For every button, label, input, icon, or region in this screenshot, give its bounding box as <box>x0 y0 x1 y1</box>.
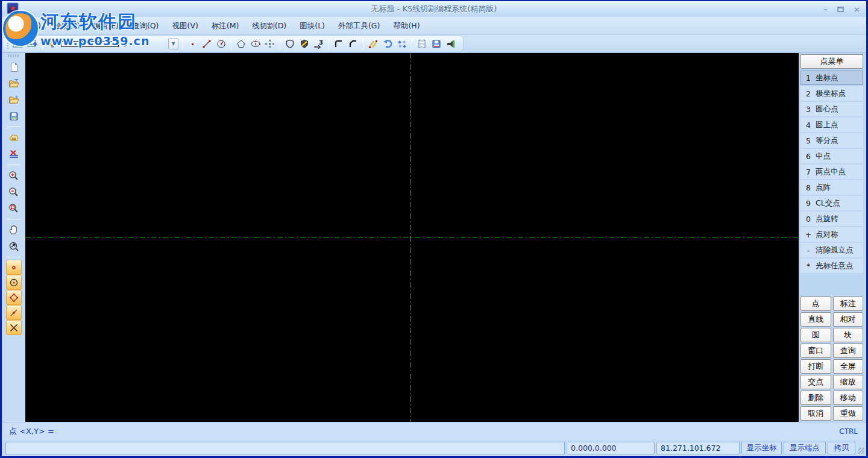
menu-external-tools[interactable]: 外部工具(G) <box>332 17 386 35</box>
menu-help[interactable]: 帮助(H) <box>386 17 426 35</box>
pan-icon[interactable] <box>6 222 22 237</box>
zoom-out-icon[interactable] <box>6 184 22 199</box>
status-bar: 0.000,0.000 81.271,101.672 显示坐标 显示端点 拷贝 <box>2 440 866 456</box>
quick-button-break[interactable]: 打断 <box>800 359 831 374</box>
point-menu-item-divide[interactable]: 5 等分点 <box>800 133 863 148</box>
open-file-icon[interactable] <box>6 76 22 91</box>
draw-point-icon[interactable] <box>185 37 200 51</box>
trim-icon[interactable] <box>366 37 380 51</box>
menu-file[interactable]: 文件(F) <box>9 17 48 35</box>
linetype-sample <box>61 41 119 47</box>
toolbar-grip[interactable] <box>6 38 9 50</box>
quick-button-move[interactable]: 移动 <box>833 391 864 405</box>
quick-button-relative[interactable]: 相对 <box>833 312 864 327</box>
draw-circle-icon[interactable] <box>214 37 228 51</box>
snap-intersection-button[interactable] <box>6 320 22 335</box>
point-menu-item-clear-isolated[interactable]: - 清除孤立点 <box>800 243 863 257</box>
point-menu-item-polar[interactable]: 2 极坐标点 <box>800 86 863 101</box>
menu-wirecut[interactable]: 线切割(D) <box>245 17 293 35</box>
point-menu-item-cursor-free[interactable]: * 光标任意点 <box>800 259 863 273</box>
undo-icon[interactable] <box>380 37 395 51</box>
zoom-window-icon[interactable] <box>6 201 22 216</box>
code-view-icon[interactable] <box>415 37 429 51</box>
close-button[interactable]: × <box>854 5 860 13</box>
zoom-in-icon[interactable] <box>6 168 22 183</box>
show-endpoints-button[interactable]: 显示端点 <box>784 442 826 454</box>
chamfer-icon[interactable] <box>332 37 346 51</box>
left-toolbar-grip[interactable] <box>8 54 20 57</box>
point-menu-item-coordinate[interactable]: 1 坐标点 <box>800 71 863 85</box>
layer-lightbulb-icon[interactable] <box>45 37 60 51</box>
point-menu-item-circle-center[interactable]: 3 圆心点 <box>800 102 863 116</box>
point-menu-header[interactable]: 点菜单 <box>800 54 863 69</box>
quick-button-line[interactable]: 直线 <box>800 312 831 327</box>
snap-quadrant-button[interactable] <box>6 290 22 305</box>
maximize-button[interactable] <box>837 7 844 12</box>
point-menu-item-rotate[interactable]: 0 点旋转 <box>800 212 863 226</box>
quick-button-window[interactable]: 窗口 <box>800 344 831 358</box>
draw-ellipse-icon[interactable] <box>248 37 263 51</box>
region-edit-icon[interactable] <box>297 37 312 51</box>
region-icon[interactable] <box>283 37 297 51</box>
point-menu-item-two-point-mid[interactable]: 7 两点中点 <box>800 165 863 179</box>
main-toolbar: 0 ▼ <box>2 35 866 53</box>
new-file-icon[interactable] <box>6 60 22 75</box>
draw-line-icon[interactable] <box>200 37 214 51</box>
resize-grip[interactable] <box>857 442 865 454</box>
menu-draw[interactable]: 绘制(P) <box>48 17 86 35</box>
export-image-icon[interactable] <box>11 37 25 51</box>
drawing-canvas[interactable] <box>25 53 799 422</box>
chevron-down-icon[interactable]: ▼ <box>168 38 178 49</box>
quick-button-fullscreen[interactable]: 全屏 <box>833 359 864 374</box>
crosshair-vertical-axis <box>410 53 411 422</box>
point-menu-item-on-circle[interactable]: 4 圆上点 <box>800 118 863 132</box>
command-input[interactable] <box>54 422 839 440</box>
quick-button-intersection[interactable]: 交点 <box>800 375 831 389</box>
title-bar: ★ 无标题 - KS线切割编程系统(精简版) – × <box>2 1 866 17</box>
copy-button[interactable]: 拷贝 <box>828 442 855 454</box>
menu-block[interactable]: 图块(L) <box>293 17 332 35</box>
quick-button-query[interactable]: 查询 <box>833 344 864 358</box>
menu-dimension[interactable]: 标注(M) <box>205 17 246 35</box>
construction-point-icon[interactable] <box>263 37 277 51</box>
point-menu-item-array[interactable]: 8 点阵 <box>800 180 863 195</box>
open-recent-icon[interactable] <box>6 92 22 107</box>
item-label: 圆上点 <box>813 120 838 130</box>
copy-image-icon[interactable] <box>25 37 40 51</box>
zoom-previous-icon[interactable] <box>6 239 22 254</box>
quick-button-circle[interactable]: 圆 <box>800 328 831 342</box>
menu-query[interactable]: 查询(Q) <box>125 17 166 35</box>
app-icon[interactable]: ★ <box>7 2 19 14</box>
quick-button-point[interactable]: 点 <box>800 296 831 311</box>
save-file-icon[interactable] <box>6 108 22 124</box>
item-label: CL交点 <box>813 198 840 209</box>
draw-polygon-icon[interactable] <box>234 37 248 51</box>
point-menu-item-mirror[interactable]: + 点对称 <box>800 227 863 242</box>
point-menu-item-midpoint[interactable]: 6 中点 <box>800 149 863 163</box>
delete-overlap-icon[interactable] <box>6 146 22 162</box>
layer-combo[interactable]: 0 ▼ <box>60 37 180 51</box>
fillet-icon[interactable] <box>346 37 360 51</box>
snap-point-button[interactable] <box>6 260 22 275</box>
quick-button-redo[interactable]: 重做 <box>833 406 864 421</box>
save-code-icon[interactable] <box>429 37 444 51</box>
quick-button-dimension[interactable]: 标注 <box>833 296 864 311</box>
minimize-button[interactable]: – <box>824 5 828 13</box>
sequence-number-icon[interactable]: 3 <box>312 37 326 51</box>
quick-button-delete[interactable]: 删除 <box>800 391 831 405</box>
menu-edit[interactable]: 编辑(E) <box>86 17 125 35</box>
quick-button-block[interactable]: 块 <box>833 328 864 342</box>
menu-view[interactable]: 视图(V) <box>166 17 205 35</box>
quick-button-cancel[interactable]: 取消 <box>800 406 831 421</box>
menu-bar: 文件(F) 绘制(P) 编辑(E) 查询(Q) 视图(V) 标注(M) 线切割(… <box>2 17 866 35</box>
item-key: 7 <box>804 168 813 177</box>
explode-icon[interactable] <box>395 37 409 51</box>
stamp-icon[interactable] <box>6 130 22 145</box>
point-menu-item-cl-intersection[interactable]: 9 CL交点 <box>800 196 863 210</box>
snap-center-button[interactable] <box>6 275 22 290</box>
toolbar-separator <box>329 38 329 50</box>
send-to-machine-icon[interactable] <box>444 37 458 51</box>
snap-nearest-button[interactable] <box>6 305 22 320</box>
quick-button-zoom[interactable]: 缩放 <box>833 375 864 389</box>
show-coordinates-button[interactable]: 显示坐标 <box>741 442 782 454</box>
